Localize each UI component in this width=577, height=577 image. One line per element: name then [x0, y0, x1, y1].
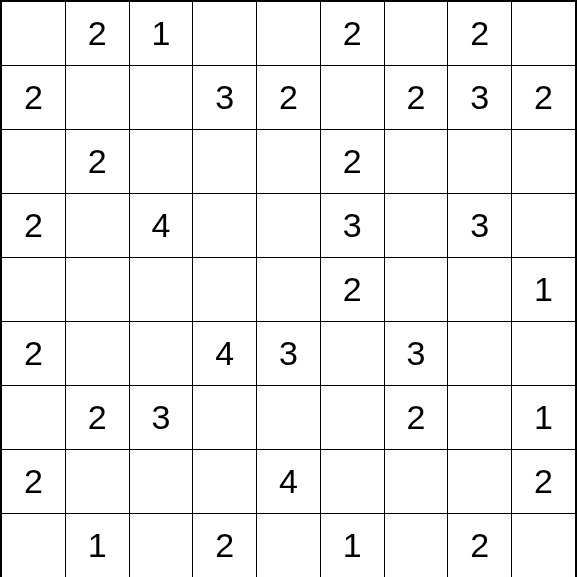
- grid-cell[interactable]: [512, 322, 576, 386]
- grid-cell[interactable]: [257, 194, 321, 258]
- grid-cell[interactable]: 2: [512, 66, 576, 130]
- grid-cell[interactable]: [65, 194, 129, 258]
- grid-cell[interactable]: [129, 450, 193, 514]
- grid-cell[interactable]: [512, 514, 576, 578]
- grid-cell[interactable]: [1, 130, 65, 194]
- grid-cell[interactable]: [193, 450, 257, 514]
- grid-cell[interactable]: [257, 1, 321, 66]
- grid-cell[interactable]: [65, 322, 129, 386]
- grid-cell[interactable]: [448, 322, 512, 386]
- grid-cell[interactable]: 2: [257, 66, 321, 130]
- grid-cell[interactable]: [448, 130, 512, 194]
- grid-cell[interactable]: 1: [65, 514, 129, 578]
- grid-cell[interactable]: 2: [320, 1, 384, 66]
- grid-cell[interactable]: [193, 386, 257, 450]
- grid-cell[interactable]: 1: [320, 514, 384, 578]
- grid-cell[interactable]: [65, 66, 129, 130]
- grid-cell[interactable]: 1: [129, 1, 193, 66]
- grid-cell[interactable]: 2: [448, 514, 512, 578]
- grid-cell[interactable]: [384, 130, 448, 194]
- grid-cell[interactable]: 3: [129, 386, 193, 450]
- grid-cell[interactable]: [512, 194, 576, 258]
- grid-body: 2 1 2 2 2 3 2 2 3 2 2 2: [1, 1, 576, 577]
- grid-row: 2 4 3 3: [1, 194, 576, 258]
- grid-cell[interactable]: [512, 130, 576, 194]
- grid-cell[interactable]: [512, 1, 576, 66]
- grid-cell[interactable]: [129, 258, 193, 322]
- grid-cell[interactable]: [257, 130, 321, 194]
- grid-cell[interactable]: [129, 66, 193, 130]
- grid-cell[interactable]: [193, 194, 257, 258]
- grid-cell[interactable]: [257, 514, 321, 578]
- grid-cell[interactable]: [65, 450, 129, 514]
- grid-cell[interactable]: [384, 1, 448, 66]
- grid-row: 2 4 2: [1, 450, 576, 514]
- grid-cell[interactable]: [448, 258, 512, 322]
- grid-cell[interactable]: 1: [512, 386, 576, 450]
- grid-cell[interactable]: 2: [320, 130, 384, 194]
- grid-cell[interactable]: 2: [512, 450, 576, 514]
- grid-cell[interactable]: [384, 450, 448, 514]
- grid-row: 2 3 2 2 3 2: [1, 66, 576, 130]
- grid-cell[interactable]: 3: [448, 194, 512, 258]
- grid-cell[interactable]: 3: [257, 322, 321, 386]
- grid-row: 2 3 2 1: [1, 386, 576, 450]
- grid-row: 2 2: [1, 130, 576, 194]
- grid-cell[interactable]: 2: [384, 386, 448, 450]
- grid-cell[interactable]: [1, 1, 65, 66]
- grid-cell[interactable]: [384, 194, 448, 258]
- grid-cell[interactable]: 2: [1, 450, 65, 514]
- grid-cell[interactable]: [193, 1, 257, 66]
- grid-cell[interactable]: 1: [512, 258, 576, 322]
- grid-cell[interactable]: 4: [257, 450, 321, 514]
- grid-cell[interactable]: [448, 450, 512, 514]
- grid-cell[interactable]: 2: [448, 1, 512, 66]
- grid-cell[interactable]: [1, 514, 65, 578]
- grid-cell[interactable]: [384, 258, 448, 322]
- puzzle-grid: 2 1 2 2 2 3 2 2 3 2 2 2: [0, 0, 577, 577]
- grid-row: 2 4 3 3: [1, 322, 576, 386]
- grid-row: 2 1: [1, 258, 576, 322]
- grid-cell[interactable]: 3: [384, 322, 448, 386]
- grid-row: 1 2 1 2: [1, 514, 576, 578]
- grid-cell[interactable]: [320, 386, 384, 450]
- grid-cell[interactable]: [257, 386, 321, 450]
- grid-cell[interactable]: 3: [448, 66, 512, 130]
- grid-cell[interactable]: [320, 66, 384, 130]
- grid-cell[interactable]: 2: [65, 386, 129, 450]
- grid-cell[interactable]: [320, 322, 384, 386]
- grid-cell[interactable]: 2: [320, 258, 384, 322]
- grid-cell[interactable]: [129, 514, 193, 578]
- grid-cell[interactable]: [384, 514, 448, 578]
- grid-cell[interactable]: 3: [193, 66, 257, 130]
- grid-row: 2 1 2 2: [1, 1, 576, 66]
- grid-cell[interactable]: [129, 322, 193, 386]
- grid-cell[interactable]: 2: [1, 322, 65, 386]
- grid-cell[interactable]: [320, 450, 384, 514]
- grid-cell[interactable]: 4: [193, 322, 257, 386]
- grid-cell[interactable]: 2: [1, 194, 65, 258]
- grid-cell[interactable]: 3: [320, 194, 384, 258]
- grid-cell[interactable]: 2: [65, 130, 129, 194]
- grid-cell[interactable]: [129, 130, 193, 194]
- grid-cell[interactable]: 4: [129, 194, 193, 258]
- grid-cell[interactable]: 2: [384, 66, 448, 130]
- grid-cell[interactable]: [1, 258, 65, 322]
- grid-cell[interactable]: 2: [1, 66, 65, 130]
- grid-cell[interactable]: [257, 258, 321, 322]
- grid-cell[interactable]: 2: [193, 514, 257, 578]
- grid-cell[interactable]: [448, 386, 512, 450]
- grid-cell[interactable]: [1, 386, 65, 450]
- grid-cell[interactable]: [193, 130, 257, 194]
- grid-cell[interactable]: 2: [65, 1, 129, 66]
- grid-cell[interactable]: [193, 258, 257, 322]
- grid-cell[interactable]: [65, 258, 129, 322]
